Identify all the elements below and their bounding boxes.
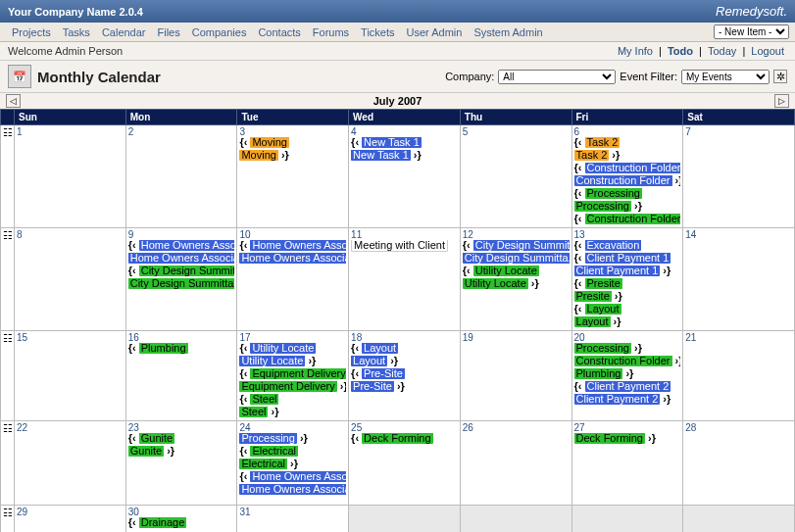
week-icon[interactable]: ☷ [1,421,15,506]
event-item[interactable]: Deck Forming ›} [574,433,681,445]
day-cell[interactable]: 1 [15,125,126,228]
event-item[interactable]: City Design Summitta... ›} [463,253,570,265]
event-item[interactable]: Construction Folder ›} [574,356,681,367]
day-cell[interactable] [571,506,683,533]
event-item[interactable]: Layout ›} [351,356,458,367]
day-cell[interactable]: 16{‹ Plumbing [125,331,237,421]
day-cell[interactable] [683,506,795,533]
event-item[interactable]: Processing ›} [239,433,346,445]
event-item[interactable]: Pre-Site ›} [351,381,458,393]
event-item[interactable]: {‹ Task 2 [574,137,681,149]
day-cell[interactable]: 14 [683,228,795,331]
day-cell[interactable]: 22 [15,421,126,506]
event-item[interactable]: {‹ Electrical [239,446,346,458]
event-item[interactable]: Electrical ›} [239,459,346,470]
day-cell[interactable]: 3{‹ MovingMoving ›} [237,125,349,228]
day-cell[interactable]: 19 [460,331,571,421]
event-item[interactable]: Layout ›} [574,316,681,328]
event-item[interactable]: Client Payment 1 ›} [574,266,681,277]
day-cell[interactable]: 21 [683,331,795,421]
day-cell[interactable]: 10{‹ Home Owners Associat...Home Owners … [237,228,349,331]
event-item[interactable]: {‹ City Design Summitta... [463,240,570,252]
event-item[interactable]: Home Owners Associat... ›} [239,253,346,265]
day-cell[interactable]: 5 [460,125,571,228]
week-icon[interactable]: ☷ [1,125,15,228]
event-item[interactable]: {‹ Utility Locate [239,343,346,355]
event-item[interactable]: City Design Summitta... ›} [128,278,235,290]
day-cell[interactable]: 24Processing ›}{‹ ElectricalElectrical ›… [237,421,349,506]
event-item[interactable]: {‹ Layout [574,304,681,315]
menu-files[interactable]: Files [152,24,186,40]
event-item[interactable]: {‹ Construction Folder [574,163,681,174]
event-item[interactable]: {‹ Layout [351,343,458,355]
day-cell[interactable]: 29 [15,506,126,533]
next-month-button[interactable]: ▷ [774,94,789,108]
day-cell[interactable]: 26 [460,421,571,506]
event-item[interactable]: Gunite ›} [128,446,235,458]
event-item[interactable]: Meeting with Client [351,240,458,252]
event-item[interactable]: {‹ Utility Locate [463,266,570,277]
menu-system-admin[interactable]: System Admin [468,24,548,40]
day-cell[interactable]: 28 [683,421,795,506]
event-item[interactable]: {‹ Home Owners Associat... [239,471,346,483]
event-item[interactable]: {‹ Construction Folder [574,214,681,225]
event-item[interactable]: Construction Folder ›} [574,175,681,187]
event-item[interactable]: {‹ Client Payment 2 [574,381,681,393]
day-cell[interactable]: 11Meeting with Client [349,228,461,331]
menu-tickets[interactable]: Tickets [355,24,400,40]
event-item[interactable]: {‹ Drainage [128,517,235,529]
link-today[interactable]: Today [708,45,736,57]
week-icon[interactable]: ☷ [1,506,15,533]
day-cell[interactable]: 27Deck Forming ›} [571,421,683,506]
week-icon[interactable]: ☷ [1,331,15,421]
event-item[interactable]: {‹ Gunite [128,433,235,445]
event-item[interactable]: Steel ›} [239,407,346,418]
event-item[interactable]: Equipment Delivery ›} [239,381,346,393]
day-cell[interactable]: 15 [15,331,126,421]
day-cell[interactable]: 8 [15,228,126,331]
day-cell[interactable]: 25{‹ Deck Forming [349,421,461,506]
event-item[interactable]: {‹ Excavation [574,240,681,252]
day-cell[interactable]: 17{‹ Utility LocateUtility Locate ›}{‹ E… [237,331,349,421]
menu-tasks[interactable]: Tasks [57,24,96,40]
event-item[interactable]: Home Owners Associat... ›} [239,484,346,496]
day-cell[interactable] [460,506,571,533]
event-filter-select[interactable]: My Events [681,70,770,84]
menu-user-admin[interactable]: User Admin [401,24,469,40]
link-logout[interactable]: Logout [751,45,784,57]
day-cell[interactable]: 4{‹ New Task 1New Task 1 ›} [349,125,461,228]
event-item[interactable]: Plumbing ›} [574,368,681,380]
event-item[interactable]: {‹ Home Owners Associat... [239,240,346,252]
menu-contacts[interactable]: Contacts [252,24,306,40]
day-cell[interactable]: 20Processing ›}Construction Folder ›}Plu… [571,331,683,421]
event-item[interactable]: Moving ›} [239,150,346,162]
settings-icon[interactable]: ✲ [773,70,787,83]
link-my-info[interactable]: My Info [618,45,653,57]
prev-month-button[interactable]: ◁ [6,94,21,108]
week-icon[interactable]: ☷ [1,228,15,331]
event-item[interactable]: Home Owners Associat... ›} [128,253,235,265]
event-item[interactable]: {‹ Equipment Delivery [239,368,346,380]
company-select[interactable]: All [498,70,616,84]
day-cell[interactable]: 18{‹ LayoutLayout ›}{‹ Pre-SitePre-Site … [349,331,461,421]
event-item[interactable]: New Task 1 ›} [351,150,458,162]
day-cell[interactable]: 12{‹ City Design Summitta...City Design … [460,228,571,331]
day-cell[interactable]: 23{‹ GuniteGunite ›} [125,421,237,506]
new-item-select[interactable]: - New Item - [714,24,789,39]
event-item[interactable]: {‹ Steel [239,394,346,406]
event-item[interactable]: {‹ Pre-Site [351,368,458,380]
day-cell[interactable]: 30{‹ Drainage [125,506,237,533]
event-item[interactable]: {‹ Home Owners Associati... [128,240,235,252]
event-item[interactable]: Presite ›} [574,291,681,303]
event-item[interactable]: Processing ›} [574,201,681,213]
event-item[interactable]: {‹ Plumbing [128,343,235,355]
event-item[interactable]: {‹ New Task 1 [351,137,458,149]
day-cell[interactable] [349,506,461,533]
day-cell[interactable]: 13{‹ Excavation{‹ Client Payment 1Client… [571,228,683,331]
day-cell[interactable]: 9{‹ Home Owners Associati...Home Owners … [125,228,237,331]
menu-calendar[interactable]: Calendar [96,24,152,40]
event-item[interactable]: Utility Locate ›} [239,356,346,367]
event-item[interactable]: Client Payment 2 ›} [574,394,681,406]
event-item[interactable]: {‹ Processing [574,188,681,200]
event-item[interactable]: {‹ Moving [239,137,346,149]
